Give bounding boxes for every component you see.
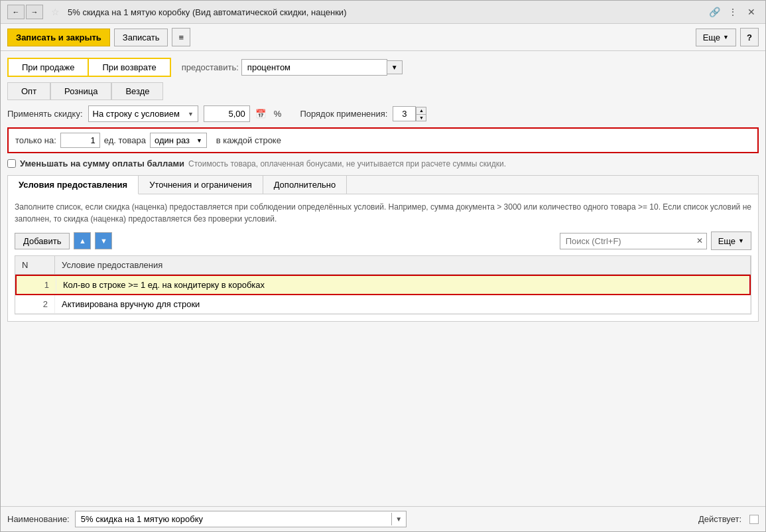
inner-tab-bar: Условия предоставления Уточнения и огран… <box>8 176 758 194</box>
only-input[interactable]: 1 <box>60 133 100 148</box>
sale-return-tabs-row: При продаже При возврате предоставить: п… <box>7 58 759 77</box>
inner-tab-content: Заполните список, если скидка (наценка) … <box>8 194 758 321</box>
order-spin-buttons: ▲ ▼ <box>416 107 426 121</box>
help-button[interactable]: ? <box>740 28 759 46</box>
deistvuet-checkbox[interactable] <box>749 515 759 524</box>
conditions-eshche-label: Еще <box>718 236 735 246</box>
apply-select[interactable]: На строку с условием ▼ <box>88 105 198 122</box>
tab-rozn[interactable]: Розница <box>50 82 111 100</box>
search-input[interactable] <box>560 233 693 249</box>
move-down-button[interactable]: ▼ <box>95 232 112 249</box>
only-select-arrow: ▼ <box>196 137 202 144</box>
inner-tabs-container: Условия предоставления Уточнения и огран… <box>7 175 759 322</box>
tab-additional[interactable]: Дополнительно <box>263 176 348 194</box>
tab-refinements[interactable]: Уточнения и ограничения <box>139 176 263 194</box>
save-close-button[interactable]: Записать и закрыть <box>7 29 110 46</box>
apply-select-arrow: ▼ <box>188 111 194 117</box>
window-title: 5% скидка на 1 мятую коробку (Вид автома… <box>68 7 702 17</box>
naimenovanie-label: Наименование: <box>7 514 70 524</box>
calendar-icon[interactable]: 📅 <box>255 109 266 119</box>
row-1-cond: Кол-во в строке >= 1 ед. на кондитерку в… <box>56 276 749 294</box>
table-header: N Условие предоставления <box>15 256 751 275</box>
order-label: Порядок применения: <box>300 109 387 119</box>
nav-forward-button[interactable]: → <box>26 5 43 19</box>
row-2-n: 2 <box>15 295 55 313</box>
row-2-cond: Активирована вручную для строки <box>55 295 751 313</box>
tab-return[interactable]: При возврате <box>89 58 170 77</box>
order-spin-up[interactable]: ▲ <box>416 107 426 114</box>
bonus-checkbox[interactable] <box>7 159 16 168</box>
tab-opt[interactable]: Опт <box>7 82 50 100</box>
apply-discount-row: Применять скидку: На строку с условием ▼… <box>7 105 759 122</box>
content-area: При продаже При возврате предоставить: п… <box>1 51 765 506</box>
only-label: только на: <box>15 135 56 145</box>
percent-label: % <box>274 109 282 119</box>
search-box: ✕ <box>560 233 707 249</box>
only-select[interactable]: один раз ▼ <box>150 133 207 148</box>
tab-vezde[interactable]: Везде <box>111 82 163 100</box>
tab-conditions[interactable]: Условия предоставления <box>8 176 139 194</box>
apply-select-value: На строку с условием <box>93 109 180 119</box>
row-1-n: 1 <box>17 276 56 294</box>
conditions-eshche-arrow: ▼ <box>738 237 744 244</box>
main-window: ← → ☆ 5% скидка на 1 мятую коробку (Вид … <box>0 0 766 532</box>
provide-select: процентом ▼ <box>241 59 403 76</box>
bonus-label: Уменьшать на сумму оплаты баллами <box>20 159 184 168</box>
doc-icon-button[interactable]: ≡ <box>172 28 190 46</box>
order-spinner: 3 ▲ ▼ <box>393 106 426 121</box>
toolbar: Записать и закрыть Записать ≡ Еще ▼ ? <box>1 24 765 51</box>
apply-label: Применять скидку: <box>7 109 83 119</box>
discount-percent-input[interactable]: 5,00 <box>204 105 250 122</box>
conditions-actions-row: Добавить ▲ ▼ ✕ Еще ▼ <box>15 232 751 250</box>
search-clear-icon[interactable]: ✕ <box>693 234 706 247</box>
conditions-eshche-button[interactable]: Еще ▼ <box>711 232 751 250</box>
save-button[interactable]: Записать <box>114 29 168 46</box>
nav-buttons: ← → <box>7 5 43 19</box>
nav-back-button[interactable]: ← <box>7 5 25 19</box>
bonus-desc: Стоимость товара, оплаченная бонусами, н… <box>188 159 506 168</box>
add-button[interactable]: Добавить <box>15 233 70 249</box>
conditions-description: Заполните список, если скидка (наценка) … <box>15 201 751 225</box>
only-unit: ед. товара <box>104 135 146 145</box>
customer-type-tabs: Опт Розница Везде <box>7 82 759 100</box>
order-value-input[interactable]: 3 <box>393 106 416 121</box>
title-actions: 🔗 ⋮ ✕ <box>707 5 759 19</box>
only-in-label: в каждой строке <box>216 135 281 145</box>
table-row[interactable]: 1 Кол-во в строке >= 1 ед. на кондитерку… <box>15 275 751 295</box>
naimenovanie-input-wrap: ▼ <box>75 511 407 527</box>
order-spin-down[interactable]: ▼ <box>416 114 426 121</box>
only-select-value: один раз <box>155 135 190 145</box>
bonus-checkbox-row: Уменьшать на сумму оплаты баллами Стоимо… <box>7 159 759 168</box>
deistvuet-label: Действует: <box>698 514 741 524</box>
eshche-button[interactable]: Еще ▼ <box>696 29 736 46</box>
col-n: N <box>15 256 55 274</box>
eshche-arrow: ▼ <box>723 34 729 40</box>
provide-input[interactable]: процентом <box>241 59 387 76</box>
provide-label: предоставить: <box>182 62 239 72</box>
table-row[interactable]: 2 Активирована вручную для строки <box>15 295 751 314</box>
naimenovanie-dropdown-arrow[interactable]: ▼ <box>391 513 406 525</box>
link-icon[interactable]: 🔗 <box>707 5 722 19</box>
naimenovanie-input[interactable] <box>76 511 391 527</box>
bottom-bar: Наименование: ▼ Действует: <box>1 506 765 531</box>
provide-arrow[interactable]: ▼ <box>387 60 403 74</box>
eshche-label: Еще <box>703 33 720 42</box>
only-row: только на: 1 ед. товара один раз ▼ в каж… <box>7 127 759 153</box>
title-bar: ← → ☆ 5% скидка на 1 мятую коробку (Вид … <box>1 1 765 24</box>
conditions-table: N Условие предоставления 1 Кол-во в стро… <box>15 255 751 314</box>
favorite-icon[interactable]: ☆ <box>51 7 60 17</box>
tab-sale[interactable]: При продаже <box>7 58 89 77</box>
menu-icon[interactable]: ⋮ <box>726 5 740 19</box>
move-up-button[interactable]: ▲ <box>74 232 91 249</box>
close-icon[interactable]: ✕ <box>744 5 759 19</box>
col-cond: Условие предоставления <box>55 256 751 274</box>
